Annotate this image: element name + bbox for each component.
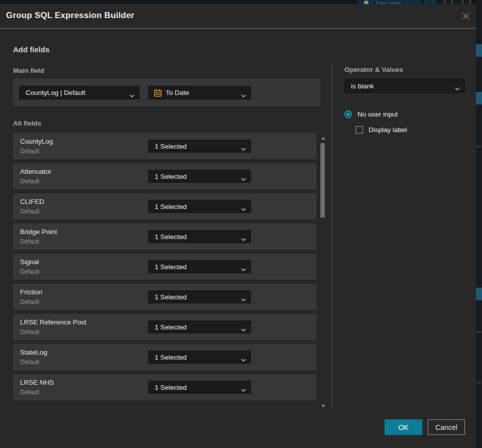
field-subtitle: Default xyxy=(20,298,39,305)
group-sql-expression-builder-dialog: Group SQL Expression Builder Add fields … xyxy=(0,4,476,448)
no-user-input-option[interactable]: No user input xyxy=(344,110,398,118)
chevron-down-icon xyxy=(241,235,246,243)
backdrop-side-text-fragment xyxy=(477,382,481,383)
backdrop-toolbar-divider xyxy=(462,0,463,4)
chevron-down-icon xyxy=(241,205,246,212)
main-field-label: Main field xyxy=(13,67,44,74)
display-label-option[interactable]: Display label xyxy=(355,126,407,134)
backdrop-toolbar-divider xyxy=(469,0,471,4)
backdrop-toolbar-divider xyxy=(444,0,445,4)
backdrop-side-panel xyxy=(476,0,482,448)
backdrop-toolbar-button xyxy=(424,0,429,4)
dialog-title-bar: Group SQL Expression Builder xyxy=(0,4,476,29)
main-field-type-select[interactable]: To Date xyxy=(148,86,251,99)
field-row: LRSE Reference Post Default 1 Selected xyxy=(13,314,316,340)
add-fields-heading: Add fields xyxy=(13,45,50,54)
scrollbar-thumb[interactable] xyxy=(320,143,325,217)
calendar-icon xyxy=(154,89,162,99)
main-field-select[interactable]: CountyLog | Default xyxy=(19,86,140,99)
field-selected-value: 1 Selected xyxy=(155,293,187,301)
all-fields-scrollbar[interactable] xyxy=(319,132,326,408)
backdrop-side-highlight xyxy=(476,288,482,300)
backdrop-side-highlight xyxy=(476,44,482,57)
operator-select[interactable]: is blank xyxy=(344,79,465,93)
field-selected-value: 1 Selected xyxy=(155,173,187,180)
chevron-down-icon xyxy=(241,175,246,182)
cancel-button[interactable]: Cancel xyxy=(428,419,465,435)
field-selected-dropdown[interactable]: 1 Selected xyxy=(148,320,251,333)
field-selected-value: 1 Selected xyxy=(155,233,187,241)
main-field-type-value: To Date xyxy=(166,89,189,96)
backdrop-side-text-fragment xyxy=(477,331,481,333)
live-view-label: Live view xyxy=(376,1,401,4)
field-selected-dropdown[interactable]: 1 Selected xyxy=(148,351,251,364)
field-selected-dropdown[interactable]: 1 Selected xyxy=(148,170,251,183)
panel-divider xyxy=(332,64,332,408)
field-subtitle: Default xyxy=(20,268,39,275)
field-subtitle: Default xyxy=(20,178,39,185)
field-name: StateLog xyxy=(20,349,47,356)
scrollbar-down-arrow-icon[interactable] xyxy=(321,405,325,407)
backdrop-app-strip: Live view xyxy=(0,0,482,4)
field-subtitle: Default xyxy=(20,328,39,335)
chevron-down-icon xyxy=(241,145,246,152)
field-selected-value: 1 Selected xyxy=(155,263,187,271)
field-subtitle: Default xyxy=(20,208,39,215)
field-name: Signal xyxy=(20,258,39,266)
backdrop-side-highlight xyxy=(476,92,482,104)
field-selected-value: 1 Selected xyxy=(155,323,187,331)
field-subtitle: Default xyxy=(20,359,39,366)
chevron-down-icon xyxy=(455,84,460,92)
operator-select-value: is blank xyxy=(351,82,374,90)
field-subtitle: Default xyxy=(20,389,39,396)
chevron-down-icon xyxy=(130,91,135,99)
field-row: Attenuator Default 1 Selected xyxy=(13,163,316,189)
field-selected-dropdown[interactable]: 1 Selected xyxy=(148,381,251,394)
field-selected-dropdown[interactable]: 1 Selected xyxy=(148,140,251,153)
all-fields-label: All fields xyxy=(13,120,41,127)
field-selected-dropdown[interactable]: 1 Selected xyxy=(148,260,251,273)
field-row: CLIFED Default 1 Selected xyxy=(13,193,316,219)
backdrop-toolbar-divider xyxy=(451,0,453,4)
live-view-toggle[interactable]: Live view xyxy=(358,0,422,4)
live-view-toggle-dot xyxy=(364,1,369,4)
field-name: LRSE Reference Post xyxy=(20,318,86,326)
display-label-text: Display label xyxy=(369,126,407,134)
main-field-select-value: CountyLog | Default xyxy=(26,89,85,96)
backdrop-side-text-fragment xyxy=(477,146,481,147)
field-name: Attenuator xyxy=(20,168,51,175)
all-fields-list: CountyLog Default 1 Selected Attenuator … xyxy=(13,133,316,404)
field-row: StateLog Default 1 Selected xyxy=(13,344,316,370)
field-selected-dropdown[interactable]: 1 Selected xyxy=(148,230,251,243)
field-name: Friction xyxy=(20,288,42,296)
field-selected-value: 1 Selected xyxy=(155,143,187,150)
dialog-title: Group SQL Expression Builder xyxy=(6,11,135,21)
field-row: Friction Default 1 Selected xyxy=(13,284,316,310)
chevron-down-icon xyxy=(241,295,246,303)
main-field-row: CountyLog | Default To Date xyxy=(13,78,320,106)
no-user-input-label: No user input xyxy=(357,110,398,118)
scrollbar-up-arrow-icon[interactable] xyxy=(321,137,325,140)
field-name: Bridge Point xyxy=(20,228,57,236)
field-name: CLIFED xyxy=(20,198,44,205)
field-name: LRSE NHS xyxy=(20,379,54,386)
field-row: LRSE NHS Default 1 Selected xyxy=(13,374,316,400)
close-icon xyxy=(462,12,470,22)
field-selected-value: 1 Selected xyxy=(155,384,187,391)
no-user-input-radio[interactable] xyxy=(344,110,352,118)
field-row: Bridge Point Default 1 Selected xyxy=(13,223,316,250)
field-selected-value: 1 Selected xyxy=(155,354,187,361)
chevron-down-icon xyxy=(241,386,246,393)
field-subtitle: Default xyxy=(20,148,39,155)
backdrop-toolbar-button xyxy=(431,0,436,4)
ok-button[interactable]: OK xyxy=(385,419,422,435)
field-name: CountyLog xyxy=(20,138,53,145)
close-button[interactable] xyxy=(460,11,472,23)
field-subtitle: Default xyxy=(20,238,39,245)
operator-values-label: Operator & Values xyxy=(344,66,403,73)
chevron-down-icon xyxy=(241,91,246,99)
field-selected-dropdown[interactable]: 1 Selected xyxy=(148,290,251,303)
display-label-checkbox[interactable] xyxy=(355,126,363,134)
field-row: Signal Default 1 Selected xyxy=(13,254,316,280)
field-selected-dropdown[interactable]: 1 Selected xyxy=(148,200,251,213)
